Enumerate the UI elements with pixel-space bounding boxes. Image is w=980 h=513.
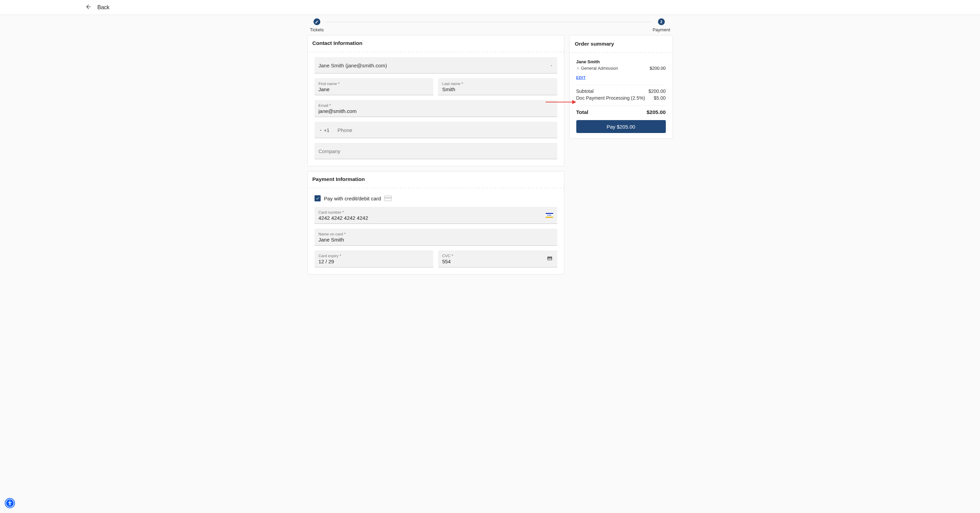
summary-total-label: Total xyxy=(576,109,589,115)
first-name-input[interactable] xyxy=(318,86,430,92)
phone-field[interactable]: +1 xyxy=(315,122,557,138)
step-payment: 2 Payment xyxy=(651,18,672,32)
close-icon[interactable] xyxy=(576,66,580,71)
order-summary-title: Order summary xyxy=(570,35,673,50)
cvc-label: CVC * xyxy=(442,254,553,258)
phone-input[interactable] xyxy=(337,127,553,133)
pencil-icon xyxy=(313,18,320,25)
stepper: Tickets 2 Payment xyxy=(307,18,673,35)
summary-subtotal-label: Subtotal xyxy=(576,89,593,94)
summary-total-value: $205.00 xyxy=(646,109,665,115)
name-on-card-field[interactable]: Name on card * xyxy=(315,229,557,246)
summary-fee-row: Doc Payment Processing (2.5%) $5.00 xyxy=(576,95,666,101)
step-payment-label: Payment xyxy=(652,27,670,32)
card-number-label: Card number * xyxy=(318,210,553,214)
stepper-line xyxy=(318,22,663,22)
summary-line-item-price: $200.00 xyxy=(650,66,666,71)
contact-section-title: Contact Information xyxy=(308,35,564,49)
cvc-input[interactable] xyxy=(442,259,553,264)
step-tickets[interactable]: Tickets xyxy=(308,18,326,32)
contact-selector[interactable]: Jane Smith (jane@smith.com) xyxy=(315,57,557,73)
step-payment-number: 2 xyxy=(658,18,665,25)
summary-fee-label: Doc Payment Processing (2.5%) xyxy=(576,95,645,101)
divider-dots xyxy=(570,52,673,54)
divider xyxy=(576,85,666,85)
card-expiry-label: Card expiry * xyxy=(318,254,430,258)
accessibility-fab[interactable] xyxy=(5,498,15,508)
cvc-field[interactable]: CVC * xyxy=(438,250,557,267)
card-back-icon xyxy=(546,256,553,262)
top-bar: Back xyxy=(0,0,980,15)
divider-dots xyxy=(308,187,564,189)
back-label[interactable]: Back xyxy=(97,5,110,11)
company-field[interactable] xyxy=(315,143,557,159)
summary-line-item-label: General Admission xyxy=(581,66,618,71)
last-name-label: Last name * xyxy=(442,82,553,86)
summary-line-item: General Admission $200.00 xyxy=(576,66,666,71)
card-expiry-field[interactable]: Card expiry * xyxy=(315,250,434,267)
card-expiry-input[interactable] xyxy=(318,259,430,264)
pay-with-card-checkbox[interactable] xyxy=(315,195,321,202)
summary-fee-value: $5.00 xyxy=(654,95,665,101)
contact-selector-value: Jane Smith (jane@smith.com) xyxy=(318,63,549,68)
card-number-field[interactable]: Card number * VISA xyxy=(315,207,557,224)
pay-button[interactable]: Pay $205.00 xyxy=(576,120,666,133)
summary-purchaser-name: Jane Smith xyxy=(576,59,666,64)
pay-with-card-label: Pay with credit/debit card xyxy=(324,195,381,202)
contact-card: Contact Information Jane Smith (jane@smi… xyxy=(307,35,565,166)
payment-card: Payment Information Pay with credit/debi… xyxy=(307,171,565,275)
first-name-label: First name * xyxy=(318,82,430,86)
summary-edit-link[interactable]: EDIT xyxy=(576,76,586,79)
email-field[interactable]: Email * xyxy=(315,100,557,117)
card-number-input[interactable] xyxy=(318,215,553,221)
company-input[interactable] xyxy=(318,148,553,154)
payment-section-title: Payment Information xyxy=(308,172,564,185)
last-name-field[interactable]: Last name * xyxy=(438,78,557,95)
phone-cc-value: +1 xyxy=(324,127,329,133)
back-arrow-icon[interactable] xyxy=(85,3,92,11)
chevron-down-icon xyxy=(550,63,553,68)
phone-country-code-selector[interactable]: +1 xyxy=(318,127,329,133)
name-on-card-input[interactable] xyxy=(318,237,553,243)
email-label: Email * xyxy=(318,103,553,108)
pay-with-card-row: Pay with credit/debit card xyxy=(315,193,557,202)
step-tickets-label: Tickets xyxy=(310,27,324,32)
svg-point-2 xyxy=(10,501,11,502)
summary-subtotal-row: Subtotal $200.00 xyxy=(576,89,666,94)
last-name-input[interactable] xyxy=(442,86,553,92)
divider xyxy=(576,105,666,106)
name-on-card-label: Name on card * xyxy=(318,232,553,236)
summary-total-row: Total $205.00 xyxy=(576,109,666,115)
order-summary-card: Order summary Jane Smith General Admissi… xyxy=(569,35,673,139)
summary-subtotal-value: $200.00 xyxy=(649,89,666,94)
divider-dots xyxy=(308,51,564,53)
first-name-field[interactable]: First name * xyxy=(315,78,434,95)
visa-icon: VISA xyxy=(546,213,553,218)
email-input[interactable] xyxy=(318,108,553,114)
credit-card-icon xyxy=(384,195,392,201)
